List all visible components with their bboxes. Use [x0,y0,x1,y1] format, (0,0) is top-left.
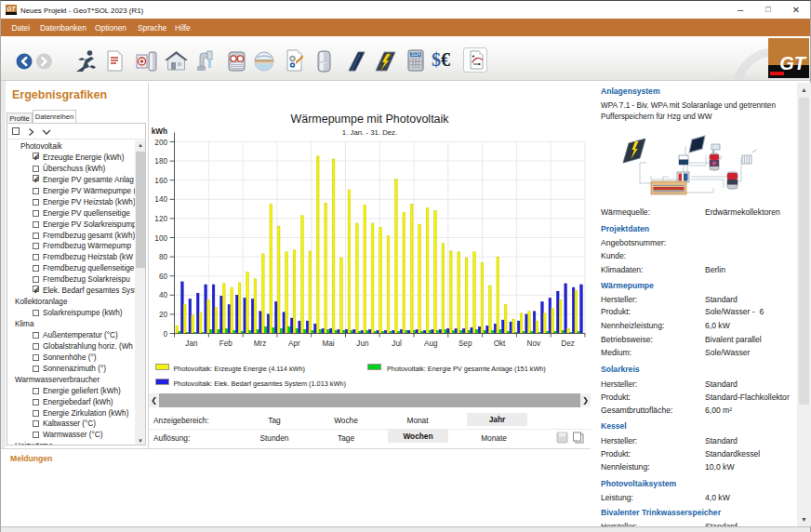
svg-text:1. Jan. - 31. Dez.: 1. Jan. - 31. Dez. [342,128,397,137]
svg-text:160: 160 [154,177,167,185]
svg-text:120: 120 [154,215,167,223]
svg-text:200: 200 [154,139,167,147]
svg-text:140: 140 [154,195,167,204]
svg-text:Apr: Apr [288,339,300,348]
svg-text:kWh: kWh [152,127,167,136]
svg-text:Sep: Sep [459,339,472,348]
svg-text:Dez: Dez [561,339,575,348]
svg-text:180: 180 [154,157,167,166]
svg-text:40: 40 [159,291,168,299]
svg-text:Jun: Jun [356,339,369,348]
svg-text:0: 0 [163,330,167,339]
svg-text:100: 100 [154,234,167,243]
svg-text:80: 80 [159,253,168,261]
svg-text:Okt: Okt [494,339,506,348]
svg-text:3124: 3124 [411,52,421,57]
svg-text:Nov: Nov [527,339,541,348]
svg-text:Jul: Jul [392,339,402,348]
svg-text:60: 60 [159,273,168,281]
svg-text:Wärmepumpe mit Photovoltaik: Wärmepumpe mit Photovoltaik [290,113,449,126]
svg-text:Aug: Aug [424,339,438,348]
svg-text:Mrz: Mrz [254,339,267,348]
svg-text:Mai: Mai [322,339,334,348]
svg-text:Jan: Jan [185,339,198,348]
svg-text:20: 20 [159,311,168,319]
svg-text:Feb: Feb [219,339,233,348]
